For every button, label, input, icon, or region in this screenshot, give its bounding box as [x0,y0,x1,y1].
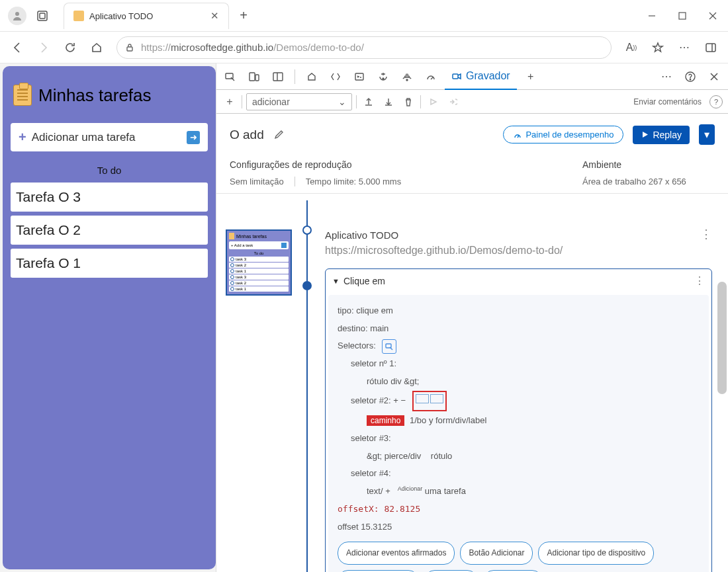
back-button[interactable] [5,36,29,60]
home-button[interactable] [85,36,109,60]
feedback-help-icon[interactable]: ? [709,95,723,108]
selector-1-value[interactable]: rótulo div &gt; [338,374,700,390]
scrollbar-thumb[interactable] [717,282,727,394]
recorder-toolbar: + adicionar⌄ Enviar comentários ? [216,90,728,114]
replay-button[interactable]: Replay [633,126,690,144]
clipboard-icon [13,85,32,106]
timeline-node[interactable] [302,225,312,235]
sources-tab-icon[interactable] [373,67,393,87]
screenshot-thumbnail[interactable]: Minhas tarefas + Add a task To do task 3… [226,229,292,296]
step-click-header[interactable]: ▼ Clique em ⋮ [326,269,711,292]
welcome-tab-icon[interactable] [302,67,322,87]
close-devtools-icon[interactable] [704,67,724,87]
read-aloud-icon[interactable]: A)) [619,36,643,60]
panel-icon[interactable] [268,67,288,87]
timeout-value[interactable]: Tempo limite: 5.000 mms [306,177,402,186]
more-tools-icon[interactable]: ⋯ [657,67,676,87]
selector-1-label: seletor nº 1: [338,356,700,372]
window-titlebar: Aplicativo TODO ✕ + [0,0,728,32]
app-title: Minhas tarefas [38,85,152,106]
inspect-icon[interactable] [220,67,240,87]
section-title: To do [11,165,208,176]
step-menu-icon[interactable]: ⋮ [700,227,712,241]
chip-add-button[interactable]: Botão Adicionar [460,542,533,565]
step-click-body: tipo: clique em destino: main Selectors:… [328,295,709,572]
help-icon[interactable] [680,67,700,87]
svg-point-0 [15,12,19,16]
add-task-input[interactable]: + Adicionar uma tarefa ➜ [11,123,208,151]
todo-app-panel: Minhas tarefas + Adicionar uma tarefa ➜ … [3,66,216,569]
selector-2-input-highlight[interactable] [412,391,447,411]
sidebar-toggle-icon[interactable] [699,36,723,60]
lock-icon [125,43,134,52]
device-icon[interactable] [244,67,264,87]
chip-add-asserted[interactable]: Adicionar eventos afirmados [338,542,455,565]
network-tab-icon[interactable] [397,67,417,87]
task-item[interactable]: Tarefa O 3 [11,183,208,212]
svg-rect-2 [40,13,45,19]
throttle-value[interactable]: Sem limitação [230,177,284,186]
step-title: Aplicativo TODO [325,227,712,243]
elements-tab-icon[interactable] [326,67,345,87]
selector-3-value[interactable]: &gt; pierce/div rótulo [338,448,700,465]
address-bar[interactable]: https://microsoftedge.github.io/Demos/de… [116,36,612,59]
svg-rect-18 [453,74,458,79]
tab-title: Aplicativo TODO [89,11,204,21]
selector-picker-icon[interactable] [382,339,396,354]
browser-toolbar: https://microsoftedge.github.io/Demos/de… [0,32,728,63]
export-icon[interactable] [361,94,377,110]
replay-options-button[interactable]: ▾ [699,124,715,145]
recorder-tab[interactable]: Gravador [445,63,517,90]
task-item[interactable]: Tarefa O 2 [11,216,208,245]
field-type: tipo: clique em [338,303,700,319]
offset-x: offsetX: 82.8125 [338,501,700,518]
selector-2-label: seletor #2: + − [338,391,700,411]
task-item[interactable]: Tarefa O 1 [11,249,208,278]
svg-rect-13 [273,73,283,81]
edit-name-icon[interactable] [273,130,284,140]
recording-timeline: Minhas tarefas + Add a task To do task 3… [216,194,728,572]
svg-rect-7 [127,47,132,51]
profile-avatar[interactable] [8,7,26,25]
play-icon [425,94,441,110]
recording-dropdown[interactable]: adicionar⌄ [246,93,352,110]
tab-favicon [73,11,84,21]
selector-4-value[interactable]: text/ + Adicionar uma tarefa [338,483,700,500]
selector-2-value[interactable]: caminho 1/bo y form/div/label [338,413,700,429]
viewport-value: Área de trabalho 267 x 656 [582,177,686,186]
more-icon[interactable]: ⋯ [672,36,696,60]
window-maximize-button[interactable] [667,3,698,29]
svg-rect-11 [250,73,255,81]
step-icon [445,94,461,110]
add-task-placeholder: Adicionar uma tarefa [32,131,187,144]
performance-panel-button[interactable]: Painel de desempenho [503,126,623,143]
window-close-button[interactable] [698,3,728,29]
recording-name: O add [230,128,264,142]
refresh-button[interactable] [58,36,82,60]
workspaces-icon[interactable] [33,7,52,25]
tab-close-icon[interactable]: ✕ [210,10,219,22]
performance-tab-icon[interactable] [421,67,441,87]
browser-tab[interactable]: Aplicativo TODO ✕ [64,3,229,29]
import-icon[interactable] [381,94,396,110]
step-menu-icon[interactable]: ⋮ [694,274,705,287]
step-navigate[interactable]: ⋮ Aplicativo TODO https://microsoftedge.… [325,227,712,268]
feedback-link[interactable]: Enviar comentários [633,97,702,106]
favorite-icon[interactable] [646,36,670,60]
svg-rect-4 [679,13,686,19]
new-tab-button[interactable]: + [233,5,254,26]
delete-icon[interactable] [400,94,416,110]
replay-settings-title: Configurações de reprodução [230,159,582,170]
window-minimize-button[interactable] [637,3,667,29]
replay-settings: Configurações de reprodução Sem limitaçã… [216,155,728,194]
collapse-triangle-icon[interactable]: ▼ [332,277,340,285]
forward-button [32,36,56,60]
add-tab-button[interactable]: + [521,67,541,87]
plus-icon: + [19,130,26,145]
timeline-node-active[interactable] [302,281,312,290]
chip-add-device[interactable]: Adicionar tipo de dispositivo [538,542,654,565]
submit-task-button[interactable]: ➜ [187,131,200,144]
new-recording-button[interactable]: + [222,94,238,110]
svg-rect-12 [255,75,259,81]
console-tab-icon[interactable] [349,67,369,87]
